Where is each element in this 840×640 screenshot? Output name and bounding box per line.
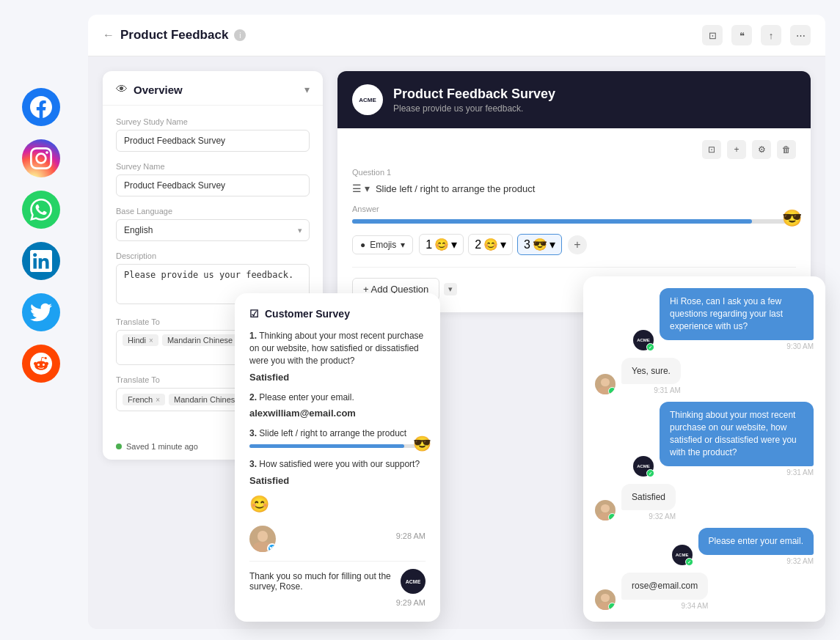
remove-french2[interactable]: × <box>156 396 160 404</box>
cs-avatar-row <box>249 526 276 552</box>
emoji-item-1[interactable]: 1 😊 ▾ <box>419 234 464 255</box>
cs-q3: 3. Slide left / right to arrange the pro… <box>249 427 426 440</box>
emojis-select-icon: ● <box>360 240 365 250</box>
tag-hindi: Hindi × <box>123 334 158 346</box>
chat-msg-5-content: Please enter your email. 9:32 AM <box>698 528 814 565</box>
question-text: Slide left / right to arrange the produc… <box>376 183 536 194</box>
twitter-icon[interactable] <box>22 293 60 331</box>
linkedin-icon[interactable] <box>22 242 60 280</box>
saved-text: Saved 1 minute ago <box>126 442 198 451</box>
cs-a2: alexwilliam@email.com <box>249 408 426 419</box>
chat-user-avatar-2 <box>595 500 616 521</box>
instagram-icon[interactable] <box>22 139 60 177</box>
emoji-2-chevron: ▾ <box>500 238 506 251</box>
survey-tool-delete[interactable]: 🗑 <box>777 140 796 159</box>
base-language-select-wrapper: English <box>116 219 310 241</box>
whatsapp-icon[interactable] <box>22 191 60 229</box>
emojis-select-chevron: ▾ <box>401 240 405 250</box>
chat-bubble-5: Please enter your email. <box>698 528 814 555</box>
cs-q4-num: 3. <box>249 459 257 469</box>
overview-header-left: 👁 Overview <box>116 83 183 96</box>
chat-msg-3: Thinking about your most recent purchase… <box>595 402 814 476</box>
survey-tool-add[interactable]: + <box>727 140 746 159</box>
survey-tool-copy[interactable]: ⊡ <box>702 140 721 159</box>
emoji-item-2[interactable]: 2 😊 ▾ <box>468 234 513 255</box>
chevron-down-icon[interactable]: ▾ <box>304 84 310 95</box>
chat-msg-6: rose@email.com 9:34 AM <box>595 573 814 610</box>
chat-time-6: 9:34 AM <box>621 602 708 610</box>
chat-bubble-2: Yes, sure. <box>621 358 681 385</box>
chat-acme-whatsapp-3: ✓ <box>685 558 693 566</box>
emojis-select[interactable]: ● Emojis ▾ <box>352 235 413 254</box>
study-name-input[interactable] <box>116 130 310 152</box>
cs-thank-text: Thank you so much for filling out the su… <box>249 571 393 592</box>
back-button[interactable]: ← <box>103 29 114 42</box>
cs-thank-row: Thank you so much for filling out the su… <box>249 561 426 594</box>
cs-title-text: Customer Survey <box>265 308 350 320</box>
toolbar-btn-4[interactable]: ⋯ <box>790 25 811 45</box>
add-emoji-button[interactable]: + <box>568 235 587 254</box>
chat-msg-2: Yes, sure. 9:31 AM <box>595 358 814 395</box>
emoji-num-3: 3 <box>524 238 530 251</box>
saved-dot <box>116 444 122 449</box>
emoji-3: 😎 <box>533 238 547 251</box>
page-title: Product Feedback <box>120 28 228 43</box>
base-language-group: Base Language English <box>116 207 310 241</box>
emoji-1: 😊 <box>434 238 449 251</box>
survey-tool-settings[interactable]: ⚙ <box>752 140 771 159</box>
cs-q1: 1. Thinking about your most recent purch… <box>249 330 426 367</box>
chat-messages: Hi Rose, can I ask you a few questions r… <box>595 288 814 610</box>
cs-q3-num: 3. <box>249 428 257 438</box>
reddit-icon[interactable] <box>22 345 60 383</box>
toolbar-btn-1[interactable]: ⊡ <box>702 25 723 45</box>
twitter-badge <box>267 543 276 552</box>
emoji-item-3[interactable]: 3 😎 ▾ <box>517 234 562 255</box>
question-type-icon: ☰ ▾ <box>352 183 370 194</box>
survey-title: Product Feedback Survey <box>393 87 555 102</box>
tag-french2: French × <box>123 394 165 405</box>
top-bar-left: ← Product Feedback i <box>103 28 246 43</box>
eye-icon: 👁 <box>116 83 128 96</box>
facebook-icon[interactable] <box>22 88 60 126</box>
top-bar: ← Product Feedback i ⊡ ❝ ↑ ⋯ <box>88 15 825 56</box>
question-label: Question 1 <box>352 168 796 177</box>
survey-name-input[interactable] <box>116 174 310 196</box>
emoji-3-chevron: ▾ <box>549 238 555 251</box>
chat-acme-2: ACME ✓ <box>633 456 654 477</box>
remove-hindi[interactable]: × <box>149 336 153 345</box>
chat-acme-3: ACME ✓ <box>672 545 693 565</box>
chat-msg-3-content: Thinking about your most recent purchase… <box>660 402 814 476</box>
emoji-2: 😊 <box>483 238 498 251</box>
description-label: Description <box>116 251 310 260</box>
chat-time-5: 9:32 AM <box>698 557 814 565</box>
toolbar-btn-2[interactable]: ❝ <box>731 25 752 45</box>
chat-acme-whatsapp-2: ✓ <box>646 469 654 477</box>
cs-acme-badge: ACME <box>401 569 426 594</box>
chat-panel: Hi Rose, can I ask you a few questions r… <box>583 276 825 622</box>
acme-logo: ACME <box>352 84 383 115</box>
toolbar-btn-3[interactable]: ↑ <box>761 25 781 45</box>
chat-whatsapp-badge-3 <box>608 603 616 610</box>
chat-time-4: 9:32 AM <box>621 512 676 521</box>
base-language-label: Base Language <box>116 207 310 216</box>
chat-acme-whatsapp-1: ✓ <box>646 343 654 351</box>
chat-acme-1: ACME ✓ <box>633 330 654 350</box>
tag-mandarin1: Mandarin Chinese × <box>162 334 245 346</box>
info-icon[interactable]: i <box>234 29 246 41</box>
add-question-chevron[interactable]: ▾ <box>444 283 457 295</box>
top-bar-right: ⊡ ❝ ↑ ⋯ <box>702 25 811 45</box>
slider-track[interactable]: 😎 <box>352 219 796 224</box>
overview-header: 👁 Overview ▾ <box>103 71 323 106</box>
cs-a1: Satisfied <box>249 372 426 383</box>
emoji-grid: 1 😊 ▾ 2 😊 ▾ 3 😎 ▾ <box>419 234 562 255</box>
base-language-select[interactable]: English <box>116 219 310 241</box>
cs-q1-num: 1. <box>249 331 257 341</box>
cs-slider-fill <box>249 444 404 448</box>
chat-msg-6-content: rose@email.com 9:34 AM <box>621 573 708 610</box>
chat-msg-1-content: Hi Rose, can I ask you a few questions r… <box>660 288 814 350</box>
customer-survey-card: ☑ Customer Survey 1. Thinking about your… <box>235 293 440 622</box>
chat-whatsapp-badge-1 <box>608 387 616 394</box>
survey-header-text: Product Feedback Survey Please provide u… <box>393 87 555 114</box>
slider-emoji: 😎 <box>782 209 802 228</box>
answer-label: Answer <box>352 205 796 213</box>
